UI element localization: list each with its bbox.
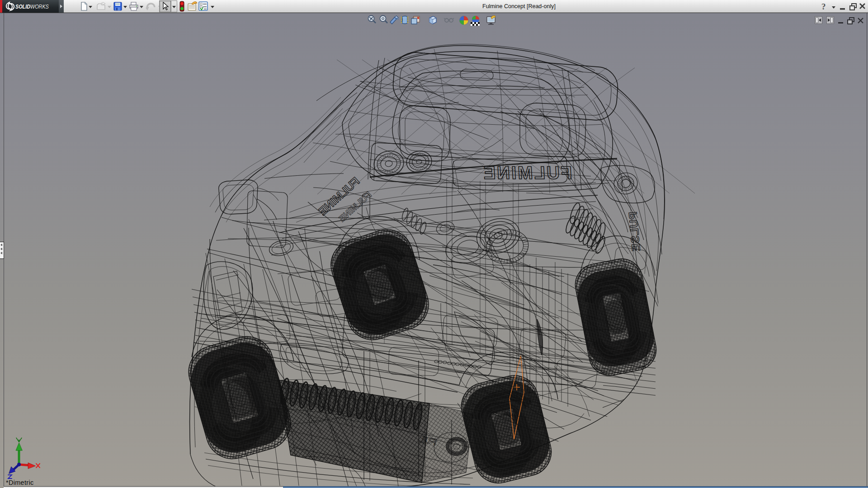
svg-text:?: ? bbox=[821, 2, 826, 11]
